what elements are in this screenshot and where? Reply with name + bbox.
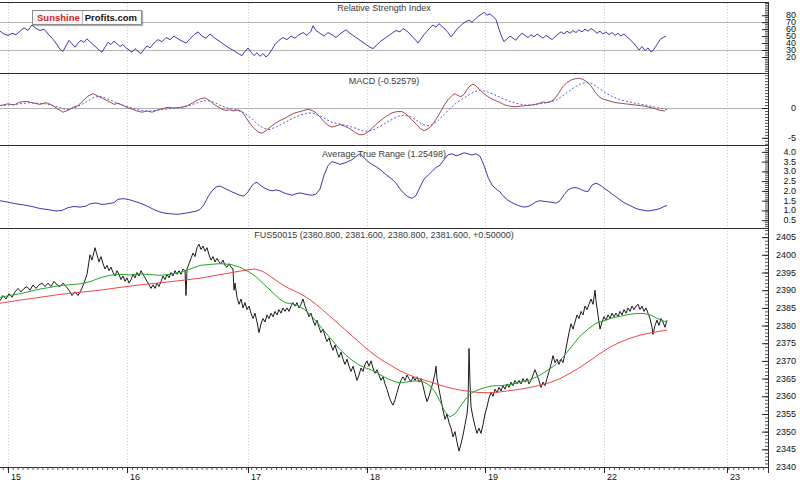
- atr-panel-area[interactable]: [0, 146, 768, 228]
- price-axis-area[interactable]: [768, 2, 800, 467]
- rsi-panel-area[interactable]: [0, 2, 768, 73]
- macd-panel-area[interactable]: [0, 74, 768, 145]
- chart-window: 807060504030200-54.03.53.02.52.01.51.00.…: [0, 0, 800, 486]
- time-axis-area[interactable]: [0, 467, 768, 486]
- price-panel-area[interactable]: [0, 229, 768, 467]
